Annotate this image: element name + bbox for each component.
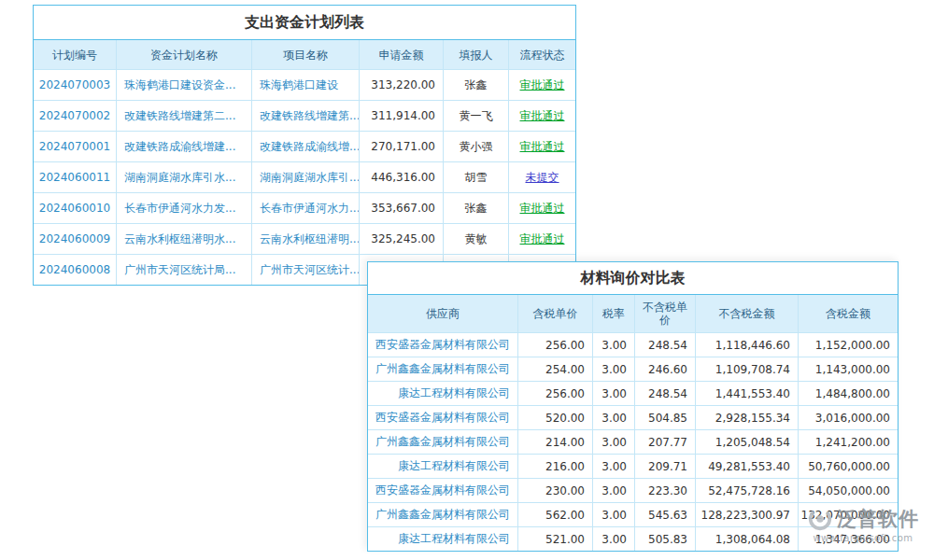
tax-rate-value: 3.00 <box>592 503 634 526</box>
filler-name: 黄一飞 <box>443 101 508 131</box>
project-name-link[interactable]: 广州市天河区统计... <box>251 255 359 285</box>
unit-price-ex-value: 223.30 <box>634 479 695 502</box>
expenditure-fund-plan-table: 支出资金计划列表 计划编号 资金计划名称 项目名称 申请金额 填报人 流程状态 … <box>33 5 576 286</box>
amount-ex-value: 1,308,064.08 <box>695 527 798 551</box>
project-name-link[interactable]: 长春市伊通河水力... <box>251 193 359 223</box>
col-header-fund-plan-name: 资金计划名称 <box>116 40 251 69</box>
flow-status-link[interactable]: 未提交 <box>508 162 575 192</box>
table-row: 西安盛器金属材料有限公司 230.00 3.00 223.30 52,475,7… <box>368 478 898 502</box>
plan-id-link[interactable]: 2024060010 <box>34 193 116 223</box>
fund-plan-name-link[interactable]: 长春市伊通河水力发... <box>116 193 251 223</box>
amount-ex-value: 49,281,553.40 <box>695 455 798 478</box>
apply-amount-value: 311,914.00 <box>359 101 443 131</box>
supplier-link[interactable]: 西安盛器金属材料有限公司 <box>368 333 517 357</box>
flow-status-link[interactable]: 审批通过 <box>508 193 575 223</box>
tax-rate-value: 3.00 <box>592 333 634 357</box>
amount-inc-value: 1,241,200.00 <box>798 430 898 454</box>
tax-rate-value: 3.00 <box>592 527 634 551</box>
filler-name: 黄敏 <box>443 224 508 254</box>
tax-rate-value: 3.00 <box>592 455 634 478</box>
col-header-amount-inc: 含税金额 <box>798 295 898 332</box>
unit-price-inc-value: 230.00 <box>517 479 592 502</box>
table-row: 2024070001 改建铁路成渝线增建... 改建铁路成渝线增... 270,… <box>34 131 575 161</box>
tax-rate-value: 3.00 <box>592 406 634 429</box>
table-row: 2024060010 长春市伊通河水力发... 长春市伊通河水力... 353,… <box>34 192 575 223</box>
supplier-link[interactable]: 康达工程材料有限公司 <box>368 527 517 551</box>
unit-price-ex-value: 248.54 <box>634 382 695 405</box>
fund-plan-name-link[interactable]: 广州市天河区统计局... <box>116 255 251 285</box>
amount-ex-value: 128,223,300.97 <box>695 503 798 526</box>
table-row: 广州鑫鑫金属材料有限公司 562.00 3.00 545.63 128,223,… <box>368 502 898 526</box>
table2-body: 西安盛器金属材料有限公司 256.00 3.00 248.54 1,118,44… <box>368 332 898 551</box>
fund-plan-name-link[interactable]: 云南水利枢纽潜明水... <box>116 224 251 254</box>
amount-inc-value: 1,152,000.00 <box>798 333 898 357</box>
tax-rate-value: 3.00 <box>592 479 634 502</box>
amount-inc-value: 1,143,000.00 <box>798 357 898 381</box>
plan-id-link[interactable]: 2024070001 <box>34 132 116 161</box>
amount-inc-value: 54,050,000.00 <box>798 479 898 502</box>
unit-price-inc-value: 216.00 <box>517 455 592 478</box>
flow-status-link[interactable]: 审批通过 <box>508 70 575 100</box>
unit-price-ex-value: 246.60 <box>634 357 695 381</box>
table-row: 广州鑫鑫金属材料有限公司 254.00 3.00 246.60 1,109,70… <box>368 357 898 381</box>
project-name-link[interactable]: 云南水利枢纽潜明... <box>251 224 359 254</box>
flow-status-link[interactable]: 审批通过 <box>508 101 575 131</box>
plan-id-link[interactable]: 2024070003 <box>34 70 116 100</box>
flow-status-link[interactable]: 审批通过 <box>508 224 575 254</box>
table2-title: 材料询价对比表 <box>368 262 898 295</box>
unit-price-inc-value: 254.00 <box>517 357 592 381</box>
col-header-project-name: 项目名称 <box>251 40 359 69</box>
apply-amount-value: 446,316.00 <box>359 162 443 192</box>
fund-plan-name-link[interactable]: 珠海鹤港口建设资金... <box>116 70 251 100</box>
plan-id-link[interactable]: 2024060011 <box>34 162 116 192</box>
plan-id-link[interactable]: 2024060009 <box>34 224 116 254</box>
flow-status-link[interactable]: 审批通过 <box>508 132 575 161</box>
amount-ex-value: 1,205,048.54 <box>695 430 798 454</box>
tax-rate-value: 3.00 <box>592 357 634 381</box>
filler-name: 张鑫 <box>443 70 508 100</box>
amount-ex-value: 52,475,728.16 <box>695 479 798 502</box>
project-name-link[interactable]: 珠海鹤港口建设 <box>251 70 359 100</box>
table-row: 西安盛器金属材料有限公司 520.00 3.00 504.85 2,928,15… <box>368 405 898 429</box>
project-name-link[interactable]: 改建铁路成渝线增... <box>251 132 359 161</box>
supplier-link[interactable]: 广州鑫鑫金属材料有限公司 <box>368 503 517 526</box>
filler-name: 胡雪 <box>443 162 508 192</box>
col-header-unit-price-inc: 含税单价 <box>517 295 592 332</box>
plan-id-link[interactable]: 2024060008 <box>34 255 116 285</box>
col-header-supplier: 供应商 <box>368 295 517 332</box>
table-row: 康达工程材料有限公司 216.00 3.00 209.71 49,281,553… <box>368 454 898 478</box>
material-inquiry-comparison-table: 材料询价对比表 供应商 含税单价 税率 不含税单价 不含税金额 含税金额 西安盛… <box>367 261 899 552</box>
fund-plan-name-link[interactable]: 湖南洞庭湖水库引水... <box>116 162 251 192</box>
table-row: 2024070003 珠海鹤港口建设资金... 珠海鹤港口建设 313,220.… <box>34 69 575 100</box>
supplier-link[interactable]: 广州鑫鑫金属材料有限公司 <box>368 357 517 381</box>
col-header-apply-amount: 申请金额 <box>359 40 443 69</box>
project-name-link[interactable]: 改建铁路线增建第... <box>251 101 359 131</box>
supplier-link[interactable]: 康达工程材料有限公司 <box>368 455 517 478</box>
plan-id-link[interactable]: 2024070002 <box>34 101 116 131</box>
table2-header-row: 供应商 含税单价 税率 不含税单价 不含税金额 含税金额 <box>368 295 898 332</box>
table-row: 西安盛器金属材料有限公司 256.00 3.00 248.54 1,118,44… <box>368 332 898 357</box>
amount-ex-value: 1,441,553.40 <box>695 382 798 405</box>
filler-name: 黄小强 <box>443 132 508 161</box>
table-row: 康达工程材料有限公司 521.00 3.00 505.83 1,308,064.… <box>368 526 898 551</box>
supplier-link[interactable]: 西安盛器金属材料有限公司 <box>368 479 517 502</box>
table1-header-row: 计划编号 资金计划名称 项目名称 申请金额 填报人 流程状态 <box>34 40 575 69</box>
table-row: 康达工程材料有限公司 256.00 3.00 248.54 1,441,553.… <box>368 381 898 405</box>
amount-inc-value: 1,347,366.00 <box>798 527 898 551</box>
col-header-unit-price-ex: 不含税单价 <box>634 295 695 332</box>
filler-name: 张鑫 <box>443 193 508 223</box>
supplier-link[interactable]: 西安盛器金属材料有限公司 <box>368 406 517 429</box>
table1-body: 2024070003 珠海鹤港口建设资金... 珠海鹤港口建设 313,220.… <box>34 69 575 285</box>
amount-ex-value: 1,109,708.74 <box>695 357 798 381</box>
apply-amount-value: 313,220.00 <box>359 70 443 100</box>
col-header-flow-status: 流程状态 <box>508 40 575 69</box>
unit-price-inc-value: 520.00 <box>517 406 592 429</box>
supplier-link[interactable]: 康达工程材料有限公司 <box>368 382 517 405</box>
fund-plan-name-link[interactable]: 改建铁路线增建第二... <box>116 101 251 131</box>
supplier-link[interactable]: 广州鑫鑫金属材料有限公司 <box>368 430 517 454</box>
unit-price-ex-value: 545.63 <box>634 503 695 526</box>
amount-inc-value: 132,070,000.00 <box>798 503 898 526</box>
fund-plan-name-link[interactable]: 改建铁路成渝线增建... <box>116 132 251 161</box>
project-name-link[interactable]: 湖南洞庭湖水库引... <box>251 162 359 192</box>
tax-rate-value: 3.00 <box>592 430 634 454</box>
